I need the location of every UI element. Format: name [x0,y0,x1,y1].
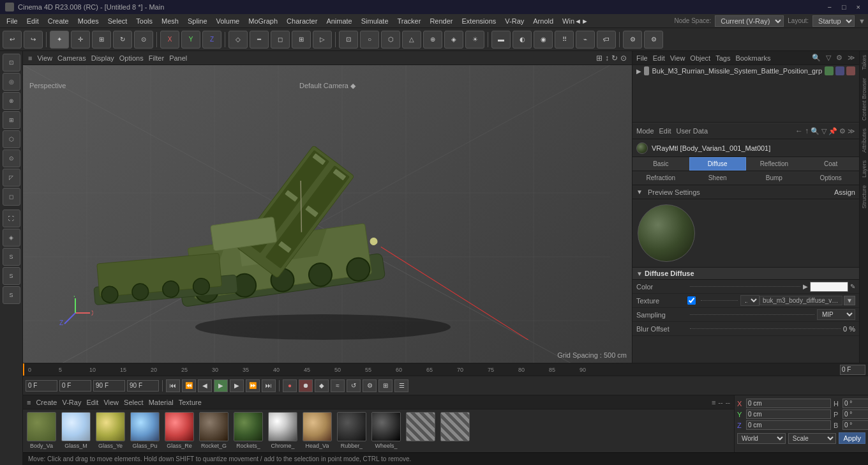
menu-render[interactable]: Render [426,16,456,26]
tab-options[interactable]: Options [802,171,859,185]
viewport[interactable]: ≡ View Cameras Display Options Filter Pa… [23,51,632,363]
attr-up-icon[interactable]: ↑ [805,126,809,135]
obj-edit-btn[interactable]: Edit [653,54,665,62]
mat-header-icon2[interactable]: -- [718,399,722,406]
render-region-btn[interactable]: ⚙ [644,31,663,49]
mat-item-rubber[interactable]: Rubber_ [336,412,368,449]
next-key-btn[interactable]: ▶ [230,379,244,392]
obj-settings-icon[interactable]: ⚙ [836,54,842,62]
y-pos-input[interactable] [746,409,831,419]
sidebar-btn-11[interactable]: S [3,248,20,266]
color-edit-icon[interactable]: ✎ [850,283,855,290]
texture-type-select[interactable]: ... [740,295,760,306]
sidebar-btn-8[interactable]: ◻ [3,188,20,206]
sphere-btn[interactable]: ○ [360,31,379,49]
mat-header-icon3[interactable]: -- [726,399,730,406]
attr-userdata-btn[interactable]: User Data [677,127,708,135]
sidebar-btn-13[interactable]: S [3,286,20,304]
b-rot-input[interactable] [842,420,868,430]
menu-tracker[interactable]: Tracker [394,16,425,26]
start-frame-input[interactable] [26,380,57,392]
viewport-icon-1[interactable]: ⊞ [596,54,602,63]
anim-mode-btn[interactable]: ▷ [313,31,332,49]
menu-animate[interactable]: Animate [322,16,355,26]
prev-frame-btn[interactable]: ⏪ [182,379,196,392]
motion-btn[interactable]: ≈ [331,379,345,392]
h-rot-input[interactable] [842,399,868,408]
mat-item-stripe1[interactable] [405,412,437,443]
key-btn[interactable]: ◆ [315,379,329,392]
viewport-view-btn[interactable]: View [37,54,52,62]
viewport-icon-2[interactable]: ↕ [605,54,609,63]
menu-arnold[interactable]: Arnold [529,16,557,26]
menu-tools[interactable]: Tools [132,16,156,26]
select-btn[interactable]: ✦ [50,31,69,49]
attr-search-icon[interactable]: 🔍 [811,127,819,135]
prev-key-btn[interactable]: ◀ [198,379,212,392]
menu-file[interactable]: File [3,16,22,26]
light-btn[interactable]: ☀ [465,31,484,49]
poly-mode-btn[interactable]: ◻ [271,31,290,49]
mat-header-icon1[interactable]: ≡ [712,399,715,406]
layout-select[interactable]: Startup [812,15,855,27]
menu-win[interactable]: Win◄► [558,16,592,26]
scatter-btn[interactable]: ⠿ [555,31,574,49]
mat-item-glass-m[interactable]: Glass_M [60,412,92,449]
sidebar-btn-5[interactable]: ⬡ [3,130,20,148]
obj-bookmarks-btn[interactable]: Bookmarks [735,54,770,62]
mat-material-btn[interactable]: Material [149,399,174,406]
sidebar-btn-7[interactable]: ◸ [3,169,20,187]
obj-render-icon[interactable] [835,66,844,75]
sidebar-btn-3[interactable]: ⊗ [3,92,20,110]
camera-btn[interactable]: ◈ [444,31,463,49]
sky-btn[interactable]: ◐ [513,31,532,49]
obj-view-btn[interactable]: View [670,54,685,62]
record-btn[interactable]: ● [283,379,297,392]
move-btn[interactable]: ✛ [71,31,90,49]
play-btn[interactable]: ▶ [214,379,228,392]
obj-object-btn[interactable]: Object [690,54,710,62]
obj-more-icon[interactable]: ≫ [848,54,855,62]
side-tab-takes[interactable]: Takes [860,51,868,74]
mat-item-stripe2[interactable] [439,412,471,443]
loop-btn[interactable]: ↺ [347,379,361,392]
diffuse-collapse-arrow[interactable]: ▼ [636,270,643,277]
extra-btn[interactable]: ⊞ [378,379,393,392]
preview-collapse-arrow[interactable]: ▼ [636,188,643,195]
menu-edit[interactable]: Edit [23,16,43,26]
attr-filter-icon[interactable]: ▽ [821,127,827,135]
side-tab-structure[interactable]: Structure [860,181,868,213]
scale-select[interactable]: Scale [788,433,837,444]
obj-search-icon[interactable]: 🔍 [812,54,821,62]
tab-sheen[interactable]: Sheen [689,171,746,185]
settings-btn[interactable]: ⚙ [363,379,377,392]
obj-lock-icon[interactable] [846,66,855,75]
p-rot-input[interactable] [842,409,868,419]
apply-btn[interactable]: Apply [839,432,865,444]
null-btn[interactable]: ⊕ [423,31,442,49]
side-tab-content-browser[interactable]: Content Browser [860,74,868,125]
mat-menu-icon[interactable]: ≡ [27,399,31,406]
deformer-btn[interactable]: ⌁ [576,31,595,49]
menu-extensions[interactable]: Extensions [458,16,500,26]
redo-btn[interactable]: ↪ [24,31,43,49]
menu-character[interactable]: Character [283,16,321,26]
obj-filter-icon[interactable]: ▽ [826,54,831,62]
tab-bump[interactable]: Bump [746,171,803,185]
obj-tags-btn[interactable]: Tags [715,54,730,62]
sidebar-btn-12[interactable]: S [3,267,20,285]
mat-item-glass-p[interactable]: Glass_Pu [129,412,161,449]
side-tab-layers[interactable]: Layers [860,156,868,181]
mat-item-chrome[interactable]: Chrome_ [267,412,299,449]
sidebar-btn-6[interactable]: ⊙ [3,149,20,167]
viewport-icon-4[interactable]: ⊙ [620,54,627,63]
sidebar-btn-2[interactable]: ◎ [3,73,20,91]
mat-vray-btn[interactable]: V-Ray [62,399,81,406]
viewport-options-btn[interactable]: Options [119,54,144,62]
menu-modes[interactable]: Modes [74,16,103,26]
minimize-btn[interactable]: − [825,3,834,11]
assign-label[interactable]: Assign [834,188,855,196]
current-frame-input[interactable] [840,365,865,375]
mat-item-rockets[interactable]: Rockets_ [232,412,264,449]
mat-item-wheels[interactable]: Wheels_ [370,412,402,449]
